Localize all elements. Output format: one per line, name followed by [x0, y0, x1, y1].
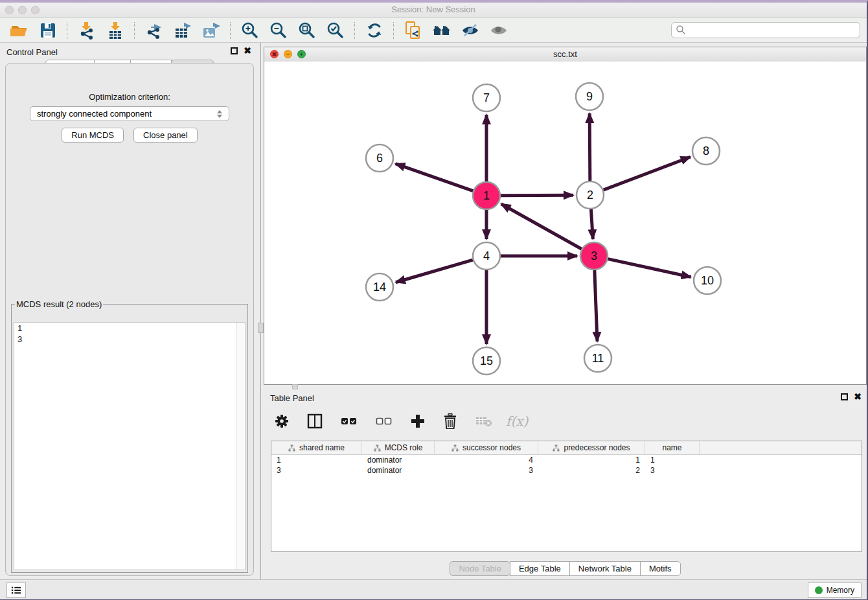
zoom-out-button[interactable]: [265, 19, 292, 41]
edge-1-2[interactable]: [501, 195, 573, 196]
zoom-out-icon: [269, 21, 288, 40]
zoom-selected-button[interactable]: [322, 19, 349, 41]
cell-predecessor-nodes[interactable]: 2: [538, 466, 645, 475]
node-label-8: 8: [703, 144, 709, 157]
node-table: shared name MCDS role successor nodes pr…: [271, 441, 862, 552]
tab-motifs[interactable]: Motifs: [640, 561, 681, 576]
mcds-panel: Optimization criterion: strongly connect…: [5, 63, 254, 576]
column-header-shared-name[interactable]: shared name: [271, 441, 362, 454]
cell-name[interactable]: 3: [645, 466, 700, 475]
mcds-result-value: 3: [14, 334, 245, 345]
tab-node-table[interactable]: Node Table: [450, 561, 510, 576]
edge-1-6[interactable]: [396, 164, 474, 191]
hide-selected-button[interactable]: [457, 19, 484, 41]
duplicate-network-button[interactable]: [400, 19, 427, 41]
unchecked-boxes-icon: [376, 417, 393, 426]
home-button[interactable]: [428, 19, 455, 41]
table-panel-header: Table Panel ✖: [264, 389, 867, 406]
cell-mcds-role[interactable]: dominator: [362, 456, 435, 465]
network-window-titlebar[interactable]: ✖ − + scc.txt: [264, 47, 866, 62]
edge-3-11[interactable]: [595, 270, 597, 341]
run-mcds-button[interactable]: Run MCDS: [62, 128, 124, 143]
delete-column-button[interactable]: [439, 412, 461, 430]
cell-predecessor-nodes[interactable]: 1: [538, 456, 645, 465]
import-network-button[interactable]: [73, 19, 100, 41]
export-network-button[interactable]: [141, 19, 168, 41]
export-image-button[interactable]: [198, 19, 225, 41]
table-row[interactable]: 1 dominator 4 1 1: [271, 455, 862, 465]
memory-status-icon: [815, 586, 823, 594]
import-table-button[interactable]: [102, 19, 129, 41]
column-header-mcds-role[interactable]: MCDS role: [362, 441, 435, 454]
show-task-history-button[interactable]: [6, 583, 26, 598]
column-header-name[interactable]: name: [645, 441, 700, 454]
float-panel-icon[interactable]: [231, 47, 238, 54]
edge-4-14[interactable]: [396, 260, 473, 283]
edge-3-10[interactable]: [608, 259, 691, 277]
open-session-button[interactable]: [6, 19, 33, 41]
cell-shared-name[interactable]: 1: [271, 456, 362, 465]
network-window-title: scc.txt: [264, 49, 866, 59]
close-table-panel-icon[interactable]: ✖: [854, 393, 862, 401]
task-list-icon: [11, 585, 21, 595]
edge-2-8[interactable]: [604, 157, 691, 190]
table-settings-button[interactable]: [271, 413, 293, 430]
zoom-in-button[interactable]: [236, 19, 264, 41]
column-type-icon: [288, 444, 295, 452]
node-label-6: 6: [376, 152, 383, 165]
result-scrollbar[interactable]: [236, 323, 245, 570]
refresh-button[interactable]: [361, 19, 388, 41]
column-header-successor-nodes[interactable]: successor nodes: [435, 441, 538, 454]
toolbar-separator: [67, 22, 68, 39]
show-all-button[interactable]: [485, 19, 512, 41]
node-label-3: 3: [591, 249, 597, 262]
memory-button[interactable]: Memory: [808, 583, 862, 598]
close-panel-icon[interactable]: ✖: [244, 47, 251, 55]
table-panel-title: Table Panel: [270, 393, 314, 403]
open-folder-icon: [10, 21, 29, 40]
table-tabs: Node Table Edge Table Network Table Moti…: [264, 561, 867, 576]
home-icon: [432, 21, 451, 40]
column-type-icon: [374, 444, 381, 452]
select-all-columns-button[interactable]: [337, 415, 361, 427]
network-graph[interactable]: 1234678910111415: [264, 62, 866, 384]
cell-successor-nodes[interactable]: 3: [435, 466, 538, 475]
delete-table-icon: [475, 415, 492, 427]
table-row[interactable]: 3 dominator 3 2 3: [271, 465, 862, 476]
control-panel-title: Control Panel: [6, 47, 58, 57]
unselect-all-columns-button[interactable]: [372, 415, 396, 427]
column-header-predecessor-nodes[interactable]: predecessor nodes: [538, 441, 645, 454]
cell-successor-nodes[interactable]: 4: [435, 456, 538, 465]
show-eye-icon: [489, 21, 508, 40]
edge-2-3[interactable]: [591, 209, 593, 239]
search-input[interactable]: [671, 22, 860, 38]
application-window: Session: New Session: [0, 0, 868, 600]
close-panel-button[interactable]: Close panel: [133, 128, 198, 143]
search-icon: [676, 25, 686, 35]
create-column-button[interactable]: [407, 413, 429, 430]
save-session-button[interactable]: [34, 19, 62, 41]
split-pane-icon: [307, 413, 323, 429]
edge-3-1[interactable]: [501, 204, 582, 249]
mcds-result-title: MCDS result (2 nodes): [15, 299, 103, 309]
vertical-splitter-grabber[interactable]: [258, 323, 264, 333]
export-image-icon: [201, 21, 221, 40]
zoom-selected-icon: [326, 21, 345, 40]
cell-name[interactable]: 1: [645, 456, 700, 465]
table-toolbar: f(x): [270, 408, 528, 434]
tab-network-table[interactable]: Network Table: [569, 561, 641, 576]
tab-edge-table[interactable]: Edge Table: [510, 561, 570, 576]
cell-shared-name[interactable]: 3: [271, 466, 362, 475]
export-table-button[interactable]: [169, 19, 196, 41]
vertical-splitter[interactable]: [260, 43, 261, 579]
toolbar-separator: [393, 22, 394, 39]
mcds-result-textarea[interactable]: 1 3: [14, 322, 246, 570]
float-table-panel-icon[interactable]: [841, 393, 848, 400]
show-column-panel-button[interactable]: [303, 412, 326, 430]
table-panel: Table Panel ✖: [264, 389, 867, 579]
zoom-fit-button[interactable]: [293, 19, 321, 41]
edge-2-9[interactable]: [589, 113, 590, 181]
optimization-select[interactable]: strongly connected component: [30, 106, 229, 121]
import-table-icon: [106, 21, 125, 40]
cell-mcds-role[interactable]: dominator: [362, 466, 435, 475]
